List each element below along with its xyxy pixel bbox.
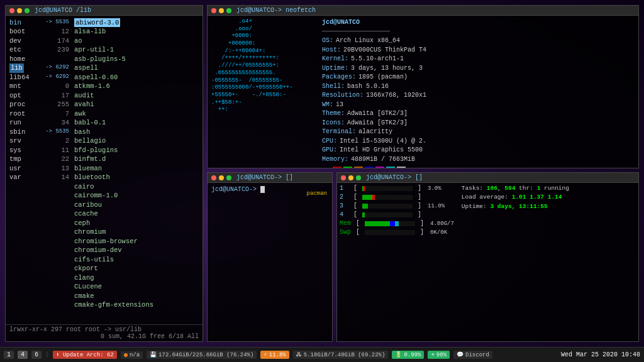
close-icon [9, 8, 14, 13]
sysinfo-memory: 4889MiB / 7663MiB [351, 155, 415, 165]
terminal-mid[interactable]: jcd@UNATCO-> [] jcd@UNATCO-> pacman [207, 172, 333, 342]
file-row: bellagio [74, 136, 199, 145]
file-row: asb-plugins-5 [74, 55, 199, 63]
sysinfo-packages: 1895 (pacman) [358, 73, 408, 82]
file-row: ckport [74, 264, 199, 273]
file-row: usr13 [9, 164, 69, 173]
file-row: caribou [74, 200, 199, 209]
maximize-icon [226, 8, 231, 13]
terminal-neofetch[interactable]: jcd@UNATCO-> neofetch .o4+ .ooo/ +0000: … [207, 5, 639, 168]
terminal-mid-prompt: jcd@UNATCO-> [211, 186, 265, 193]
file-row: etc239 [9, 45, 69, 54]
file-row-lib: lib-> 6292 [9, 63, 69, 72]
terminal-left-title: jcd@UNATCO /lib [35, 7, 91, 14]
update-icon: ⬆ [56, 352, 59, 358]
update-button[interactable]: ⬆ Update Arch: 62 [53, 351, 117, 359]
file-row: apr-util-1 [74, 45, 199, 54]
file-row: CLucene [74, 282, 199, 291]
storage-label: 172.04GiB/225.66GiB (76.24%) [158, 352, 253, 358]
file-row: boot12 [9, 27, 69, 36]
maximize-icon [356, 175, 361, 180]
file-row: babl-0.1 [74, 118, 199, 127]
file-row: abiword-3.0 [74, 18, 199, 27]
sysinfo-os: Arch Linux x86_64 [336, 36, 400, 46]
close-icon [341, 175, 346, 180]
file-row: binfmt.d [74, 155, 199, 163]
file-row: ao [74, 36, 199, 45]
taskbar-mem: 🖧 5.18GiB/7.48GiB (69.22%) [293, 351, 389, 359]
file-row: cifs-utils [74, 255, 199, 264]
brightness-icon: ☀ [431, 351, 434, 358]
sysinfo-kernel: 5.5.10-arch1-1 [351, 55, 404, 64]
maximize-icon [25, 8, 30, 13]
htop-title: jcd@UNATCO-> [] [366, 174, 423, 181]
minimize-icon [348, 175, 353, 180]
color-block [333, 167, 341, 168]
desktop: jcd@UNATCO /lib bin-> 5535 boot12 dev174… [0, 0, 644, 362]
terminal-mid-content: jcd@UNATCO-> [208, 183, 332, 341]
cpu-label: 11.8% [269, 352, 286, 358]
file-row: dev174 [9, 36, 69, 45]
file-row: chromium-dev [74, 246, 199, 255]
minimize-icon [219, 8, 224, 13]
right-panels: jcd@UNATCO-> neofetch .o4+ .ooo/ +0000: … [207, 5, 639, 342]
file-row: audit [74, 91, 199, 100]
terminal-left-footer: lrwxr-xr-x 297 root root -> usr/lib 0 su… [6, 324, 203, 341]
minimize-icon [17, 8, 22, 13]
sysinfo-theme: Adwaita [GTK2/3] [347, 109, 408, 119]
swp-row: Swp [ ] 0K/0K [340, 228, 454, 237]
file-table: bin-> 5535 boot12 dev174 etc239 home lib… [9, 18, 199, 309]
color-block [343, 167, 352, 168]
sysinfo-resolution: 1366x768, 1920x1 [366, 91, 426, 101]
file-row: blueman [74, 164, 199, 173]
battery-label: 0.99% [404, 352, 421, 358]
color-block [375, 167, 384, 168]
neofetch-content: .o4+ .ooo/ +0000: +000000: /:-++00004+: … [208, 16, 638, 168]
taskbar-storage: 💾 172.04GiB/225.66GiB (76.24%) [147, 351, 257, 359]
bottom-right-panels: jcd@UNATCO-> [] jcd@UNATCO-> pacman jcd@… [207, 172, 639, 342]
file-row: opt17 [9, 91, 69, 100]
sysinfo-shell: bash 5.0.16 [347, 82, 389, 92]
close-icon [211, 175, 216, 180]
taskbar-discord[interactable]: 💬 Discord [453, 351, 492, 359]
file-row: lib64-> 6292 [9, 73, 69, 82]
file-row: sys11 [9, 146, 69, 155]
mem-icon: 🖧 [296, 351, 302, 358]
workspace-6[interactable]: 6 [31, 351, 42, 359]
file-row: sbin-> 5535 [9, 128, 69, 136]
file-row: var14 [9, 173, 69, 182]
terminal-htop[interactable]: jcd@UNATCO-> [] 1 [ [336, 172, 639, 342]
color-block [386, 167, 395, 168]
file-row: proc255 [9, 100, 69, 109]
neofetch-titlebar: jcd@UNATCO-> neofetch [208, 6, 638, 16]
file-row: bash [74, 128, 199, 136]
file-row: home [9, 55, 69, 63]
terminal-left[interactable]: jcd@UNATCO /lib bin-> 5535 boot12 dev174… [5, 5, 203, 342]
color-block [397, 167, 406, 168]
separator: | [45, 351, 49, 358]
file-row: cairo [74, 182, 199, 191]
mem-label: 5.18GiB/7.48GiB (69.22%) [304, 352, 386, 358]
file-col-packages: abiword-3.0 alsa-lib ao apr-util-1 asb-p… [74, 18, 199, 309]
file-row: tmp22 [9, 155, 69, 163]
color-block [322, 167, 331, 168]
sysinfo-icons: Adwaita [GTK2/3] [347, 119, 408, 128]
taskbar-right: Wed Mar 25 2020 10:48 [561, 351, 640, 358]
taskbar-bat: 🔋 0.99% [392, 351, 424, 359]
file-row: cmake-gfm-extensions [74, 300, 199, 309]
file-row: srv2 [9, 136, 69, 145]
file-row: ceph [74, 219, 199, 228]
ascii-art: .o4+ .ooo/ +0000: +000000: /:-++00004+: … [211, 18, 318, 168]
sysinfo-host: 20BV000CUS ThinkPad T4 [343, 46, 426, 55]
sysinfo-wm: i3 [336, 101, 343, 110]
discord-label: Discord [465, 352, 489, 358]
sysinfo-gpu: Intel HD Graphics 5500 [340, 146, 423, 155]
file-row: aspell [74, 63, 199, 72]
htop-tasks: Tasks: 106, 594 thr: 1 running Load aver… [462, 184, 569, 237]
workspace-1[interactable]: 1 [4, 351, 14, 359]
workspace-4[interactable]: 4 [18, 351, 28, 359]
terminal-mid-titlebar: jcd@UNATCO-> [] [208, 173, 332, 183]
footer-left: lrwxr-xr-x 297 root root -> usr/lib [9, 326, 142, 333]
main-area: jcd@UNATCO /lib bin-> 5535 boot12 dev174… [0, 0, 644, 347]
file-row: alsa-lib [74, 27, 199, 36]
